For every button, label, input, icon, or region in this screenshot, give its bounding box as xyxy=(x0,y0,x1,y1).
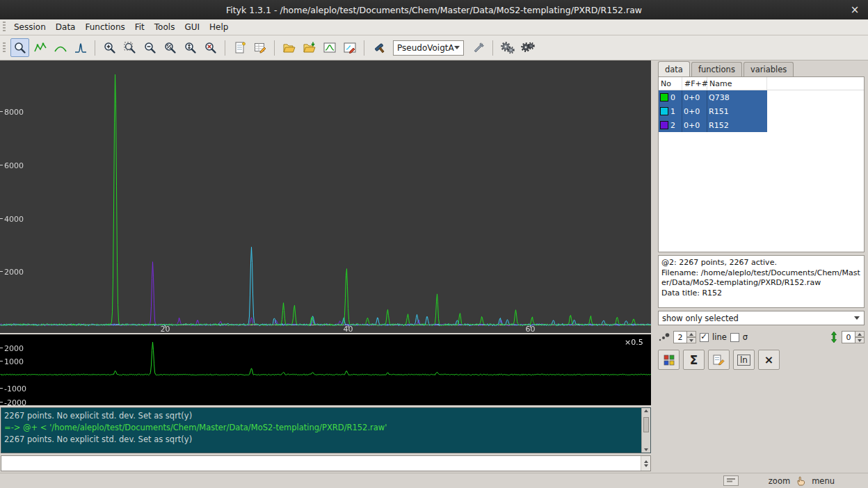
table-row[interactable]: 0 0+0 Q738 xyxy=(659,90,767,104)
shuffle-colors-button[interactable] xyxy=(658,350,680,370)
column-header-no[interactable]: No xyxy=(659,77,682,90)
show-filter-dropdown[interactable]: show only selected xyxy=(658,311,865,325)
sheet-pencil-icon xyxy=(712,354,726,366)
menu-help[interactable]: Help xyxy=(204,20,233,34)
zoom-in-icon xyxy=(103,41,117,55)
main-plot-canvas[interactable] xyxy=(0,60,651,333)
dataset-color-swatch xyxy=(660,107,668,115)
dataset-table-header[interactable]: No #F+# Name xyxy=(659,77,864,90)
export-plot-button[interactable] xyxy=(340,38,359,57)
data-editor-button[interactable] xyxy=(230,38,249,57)
scroll-down-icon[interactable] xyxy=(644,448,648,451)
console-line: 2267 points. No explicit std. dev. Set a… xyxy=(4,410,638,422)
tab-data[interactable]: data xyxy=(658,61,690,76)
zoom-region-icon xyxy=(123,41,137,55)
command-input[interactable] xyxy=(1,456,641,471)
console-output[interactable]: 2267 points. No explicit std. dev. Set a… xyxy=(1,407,651,453)
background-mode-button[interactable] xyxy=(51,38,70,57)
info-points: @2: 2267 points, 2267 active. xyxy=(661,258,861,268)
dataset-number: 1 xyxy=(670,107,675,116)
shift-value[interactable]: 0 xyxy=(842,331,855,343)
command-history-spinner[interactable] xyxy=(641,456,650,471)
window-titlebar[interactable]: Fityk 1.3.1 - /home/aleplo/test/Document… xyxy=(0,0,868,19)
menu-fit[interactable]: Fit xyxy=(130,20,150,34)
tab-functions[interactable]: functions xyxy=(691,62,742,76)
transform-ln-button[interactable]: ln xyxy=(733,350,755,370)
spin-up-button[interactable] xyxy=(687,331,696,337)
zoom-prev-button[interactable] xyxy=(120,38,139,57)
aux-plot-canvas[interactable] xyxy=(0,334,651,405)
column-header-name[interactable]: Name xyxy=(707,77,767,90)
run-last-script-button[interactable] xyxy=(518,38,537,57)
command-input-row xyxy=(1,455,651,471)
peak-type-combobox[interactable]: PseudoVoigtA xyxy=(393,40,464,56)
status-zoom-label[interactable]: zoom xyxy=(769,476,790,486)
script-editor-button[interactable] xyxy=(250,38,269,57)
menubar-grip[interactable] xyxy=(3,22,6,33)
history-up-icon[interactable] xyxy=(644,460,648,463)
toolbar-separator xyxy=(364,40,364,56)
zoom-vertical-button[interactable] xyxy=(181,38,200,57)
dataset-info-box: @2: 2267 points, 2267 active. Filename: … xyxy=(658,255,865,308)
scroll-up-icon[interactable] xyxy=(644,409,648,412)
status-widget-icon[interactable] xyxy=(723,475,739,486)
point-size-value[interactable]: 2 xyxy=(673,331,687,343)
save-plot-image-button[interactable] xyxy=(320,38,339,57)
menubar: Session Data Functions Fit Tools GUI Hel… xyxy=(0,19,868,35)
gears-icon xyxy=(500,41,515,55)
menu-functions[interactable]: Functions xyxy=(80,20,129,34)
status-menu-label[interactable]: menu xyxy=(812,476,835,486)
point-size-icon xyxy=(658,332,670,343)
open-data-custom-button[interactable] xyxy=(300,38,319,57)
toolbar-grip[interactable] xyxy=(3,42,6,54)
dataset-name: R151 xyxy=(707,104,767,118)
menu-tools[interactable]: Tools xyxy=(150,20,180,34)
open-data-button[interactable] xyxy=(280,38,298,57)
sum-datasets-button[interactable]: Σ xyxy=(683,350,705,370)
tab-variables[interactable]: variables xyxy=(744,62,794,76)
sigma-sum-icon: Σ xyxy=(690,353,698,367)
shift-spinner[interactable]: 0 xyxy=(842,331,865,343)
frame-pencil-icon xyxy=(343,41,357,55)
zoom-all-button[interactable] xyxy=(161,38,179,57)
console-line: 2267 points. No explicit std. dev. Set a… xyxy=(4,434,638,446)
add-peak-mode-button[interactable] xyxy=(71,38,90,57)
spin-down-button[interactable] xyxy=(687,337,696,343)
menu-session[interactable]: Session xyxy=(9,20,51,34)
run-fit-button[interactable] xyxy=(369,38,388,57)
table-row[interactable]: 1 0+0 R151 xyxy=(659,104,767,118)
zoom-out-button[interactable] xyxy=(140,38,159,57)
table-row[interactable]: 2 0+0 R152 xyxy=(659,118,767,132)
run-script-button[interactable] xyxy=(498,38,517,57)
console-scrollbar[interactable] xyxy=(641,408,650,453)
dataset-number: 2 xyxy=(670,121,675,130)
sigma-checkbox[interactable] xyxy=(730,333,739,342)
line-checkbox[interactable] xyxy=(700,333,709,342)
column-header-ff[interactable]: #F+# xyxy=(682,77,707,90)
menu-gui[interactable]: GUI xyxy=(179,20,204,34)
scrollbar-thumb[interactable] xyxy=(643,417,649,432)
main-toolbar: PseudoVoigtA xyxy=(0,35,868,60)
history-down-icon[interactable] xyxy=(644,464,648,467)
point-size-spinner[interactable]: 2 xyxy=(673,331,696,343)
zoom-reset-button[interactable] xyxy=(201,38,220,57)
menu-data[interactable]: Data xyxy=(51,20,81,34)
spin-down-button[interactable] xyxy=(855,337,865,343)
zoom-in-button[interactable] xyxy=(100,38,119,57)
data-range-mode-button[interactable] xyxy=(31,38,49,57)
spin-up-button[interactable] xyxy=(855,331,865,337)
ln-icon: ln xyxy=(737,355,750,366)
sidebar-tabs: data functions variables xyxy=(658,61,865,76)
toolbar-separator xyxy=(95,40,95,56)
dataset-name: R152 xyxy=(707,118,767,132)
plot-area: 2267 points. No explicit std. dev. Set a… xyxy=(0,60,652,471)
sheet-icon xyxy=(233,41,247,55)
zoom-mode-button[interactable] xyxy=(10,38,29,57)
delete-dataset-button[interactable]: × xyxy=(758,350,780,370)
frame-curve-icon xyxy=(323,41,337,55)
window-close-button[interactable]: × xyxy=(847,0,862,19)
edit-transform-button[interactable] xyxy=(708,350,730,370)
auto-add-peak-button[interactable] xyxy=(469,38,488,57)
sigma-checkbox-label: σ xyxy=(743,332,748,342)
dataset-actions-row: Σ ln × xyxy=(658,350,865,370)
